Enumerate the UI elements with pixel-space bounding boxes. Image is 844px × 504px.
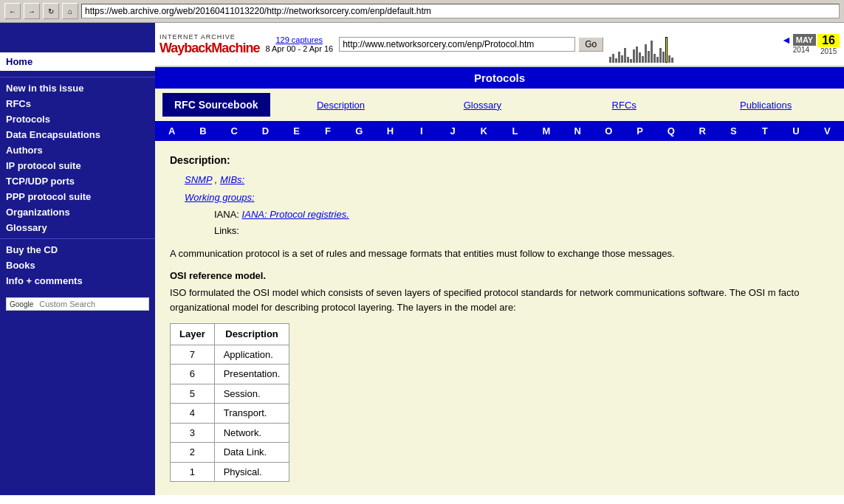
osi-table-cell: Transport. <box>214 404 289 424</box>
date-jul-label: 16 <box>817 34 840 47</box>
timeline-bar-highlight <box>665 37 668 63</box>
sidebar-top <box>0 23 155 52</box>
prev-date-arrow[interactable]: ◄ <box>781 34 792 46</box>
date-display: ◄ MAY 2014 16 2015 <box>781 34 840 55</box>
forward-button[interactable]: → <box>24 3 40 19</box>
iana-label: IANA: <box>214 209 239 220</box>
captures-link[interactable]: 129 captures <box>275 35 323 44</box>
timeline-bar <box>659 48 662 63</box>
osi-table-row: 7Application. <box>171 345 289 365</box>
alpha-cell-e[interactable]: E <box>281 122 312 139</box>
wayback-machine-text: WaybackMachine <box>159 41 259 56</box>
sidebar-item-books[interactable]: Books <box>0 258 155 273</box>
alpha-cell-v[interactable]: V <box>812 122 843 139</box>
alpha-cell-j[interactable]: J <box>437 122 467 139</box>
osi-table-header: Description <box>214 324 289 345</box>
date-year-2014: 2014 <box>793 46 816 54</box>
reload-button[interactable]: ↻ <box>43 3 59 19</box>
working-groups-link[interactable]: Working groups: <box>185 192 255 203</box>
nav-publications-link[interactable]: Publications <box>695 100 837 111</box>
rfc-sourcebook-button[interactable]: RFC Sourcebook <box>162 93 270 117</box>
alpha-cell-k[interactable]: K <box>469 122 499 139</box>
snmp-mibs-item: SNMP , MIBs: <box>185 173 829 187</box>
captures-info: 129 captures 8 Apr 00 - 2 Apr 16 <box>265 35 333 53</box>
alpha-cell-f[interactable]: F <box>312 122 343 139</box>
sidebar-item-authors[interactable]: Authors <box>0 142 155 158</box>
google-logo: Google <box>7 299 36 310</box>
sidebar-home-link[interactable]: Home <box>0 52 155 71</box>
alpha-cell-o[interactable]: O <box>594 122 624 139</box>
sidebar-item-info[interactable]: Info + comments <box>0 273 155 289</box>
timeline-bar <box>621 55 623 63</box>
alpha-cell-u[interactable]: U <box>780 122 811 139</box>
wayback-logo: INTERNET ARCHIVE WaybackMachine <box>159 33 259 56</box>
osi-table-cell: 3 <box>171 423 215 443</box>
home-button[interactable]: ⌂ <box>62 3 78 19</box>
links-label: Links: <box>214 225 239 236</box>
alpha-cell-p[interactable]: P <box>625 122 655 139</box>
nav-glossary-link[interactable]: Glossary <box>411 100 553 111</box>
alpha-cell-g[interactable]: G <box>344 122 374 139</box>
timeline-bar <box>636 46 638 63</box>
alpha-cell-t[interactable]: T <box>749 122 780 139</box>
timeline-bar <box>612 54 614 63</box>
back-button[interactable]: ← <box>4 3 21 19</box>
sidebar-item-tcp[interactable]: TCP/UDP ports <box>0 173 155 189</box>
osi-table-row: 1Physical. <box>171 462 289 482</box>
sidebar-item-buycd[interactable]: Buy the CD <box>0 242 155 258</box>
snmp-link[interactable]: SNMP <box>185 174 212 185</box>
alpha-cell-c[interactable]: C <box>219 122 250 139</box>
osi-table-header: Layer <box>171 324 215 345</box>
osi-description: ISO formulated the OSI model which consi… <box>170 286 829 314</box>
alpha-cell-h[interactable]: H <box>375 122 405 139</box>
osi-table-row: 4Transport. <box>171 404 289 424</box>
wayback-url-bar: Go <box>339 37 603 52</box>
sidebar-item-rfcs[interactable]: RFCs <box>0 96 155 111</box>
sidebar-item-ip[interactable]: IP protocol suite <box>0 158 155 173</box>
alpha-cell-d[interactable]: D <box>250 122 281 139</box>
nav-description-link[interactable]: Description <box>270 100 412 111</box>
ia-text: INTERNET ARCHIVE <box>159 33 259 41</box>
sidebar-item-protocols[interactable]: Protocols <box>0 111 155 127</box>
timeline-bar <box>662 52 665 63</box>
wayback-go-button[interactable]: Go <box>578 37 603 52</box>
osi-table-cell: 1 <box>171 462 215 482</box>
osi-table-cell: 6 <box>171 365 215 384</box>
sidebar-section: New in this issue RFCs Protocols Data En… <box>0 71 155 291</box>
alpha-cell-i[interactable]: I <box>406 122 436 139</box>
date-may-block: MAY 2014 <box>793 34 816 54</box>
sidebar-item-data-encap[interactable]: Data Encapsulations <box>0 127 155 142</box>
timeline-area <box>609 26 775 63</box>
description-label: Description: <box>170 153 829 168</box>
timeline-bar <box>630 59 632 63</box>
captures-dates: 8 Apr 00 - 2 Apr 16 <box>265 44 333 53</box>
alpha-cell-b[interactable]: B <box>188 122 218 139</box>
address-input[interactable] <box>81 4 840 18</box>
sidebar-divider <box>0 77 155 77</box>
timeline-bar <box>639 52 641 63</box>
search-input[interactable] <box>36 298 132 310</box>
wayback-header: INTERNET ARCHIVE WaybackMachine 129 capt… <box>155 23 844 67</box>
alpha-cell-a[interactable]: A <box>157 122 187 139</box>
osi-table-cell: 4 <box>171 404 215 424</box>
nav-rfcs-link[interactable]: RFCs <box>553 100 695 111</box>
osi-table-cell: Network. <box>214 423 289 443</box>
osi-table-cell: Presentation. <box>214 365 289 384</box>
osi-table: LayerDescription7Application.6Presentati… <box>170 323 289 482</box>
timeline-bar <box>615 58 617 63</box>
alpha-cell-s[interactable]: S <box>718 122 749 139</box>
sidebar-item-org[interactable]: Organizations <box>0 204 155 220</box>
sidebar-item-glossary[interactable]: Glossary <box>0 220 155 235</box>
alpha-cell-l[interactable]: L <box>500 122 530 139</box>
alpha-cell-r[interactable]: R <box>687 122 718 139</box>
sidebar-item-new[interactable]: New in this issue <box>0 80 155 96</box>
alpha-cell-m[interactable]: M <box>531 122 561 139</box>
sidebar-item-ppp[interactable]: PPP protocol suite <box>0 189 155 204</box>
main-content: INTERNET ARCHIVE WaybackMachine 129 capt… <box>155 23 844 495</box>
iana-registries-link[interactable]: IANA: Protocol registries. <box>242 209 349 220</box>
wayback-url-input[interactable] <box>339 37 575 52</box>
alpha-cell-q[interactable]: Q <box>656 122 686 139</box>
alpha-cell-n[interactable]: N <box>562 122 592 139</box>
mibs-link[interactable]: MIBs: <box>220 174 244 185</box>
osi-table-cell: 7 <box>171 345 215 365</box>
